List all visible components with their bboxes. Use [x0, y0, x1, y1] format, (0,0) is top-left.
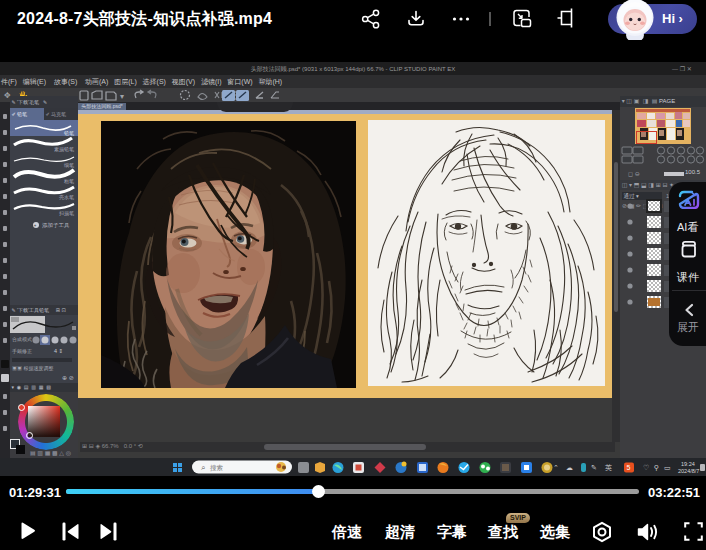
svg-text:搜索: 搜索 — [210, 464, 223, 472]
svg-text:扫描笔: 扫描笔 — [58, 210, 74, 217]
svg-text:2024/8/7: 2024/8/7 — [678, 468, 699, 474]
svg-text:☁: ☁ — [566, 464, 573, 471]
svg-text:19:24: 19:24 — [681, 461, 695, 467]
svg-text:5: 5 — [627, 464, 631, 471]
svg-text:铅笔: 铅笔 — [63, 130, 74, 137]
svg-text:素描铅笔: 素描铅笔 — [54, 146, 74, 153]
svg-text:细笔: 细笔 — [64, 162, 74, 169]
svg-text:⚲: ⚲ — [654, 464, 659, 471]
svg-text:✎: ✎ — [591, 464, 597, 471]
svg-text:+: + — [34, 223, 37, 228]
svg-text:⌃: ⌃ — [553, 464, 559, 471]
svg-text:亮水笔: 亮水笔 — [59, 194, 74, 200]
svg-text:添加子工具: 添加子工具 — [42, 222, 70, 229]
svg-text:⌕: ⌕ — [201, 463, 205, 472]
svg-text:▭: ▭ — [664, 464, 671, 471]
svg-text:粗笔: 粗笔 — [64, 178, 74, 184]
svg-text:♡: ♡ — [643, 464, 649, 471]
svg-text:英: 英 — [605, 464, 612, 472]
svg-text:▾: ▾ — [120, 92, 124, 101]
